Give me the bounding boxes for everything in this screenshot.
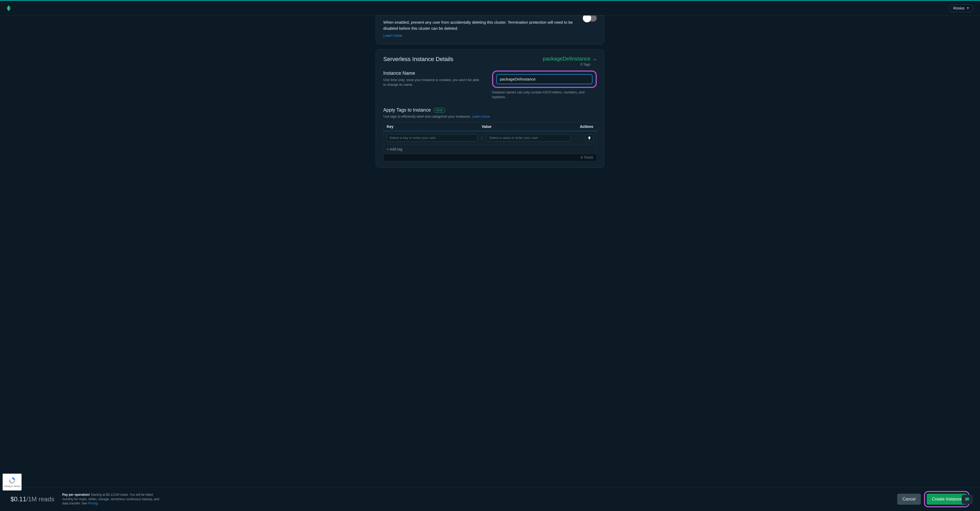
apply-tags-title: Apply Tags to Instance: [383, 107, 431, 113]
user-name-label: Rosius: [953, 6, 964, 10]
price-description: Pay per operation! Starting at $0.11/1M …: [62, 493, 162, 506]
tags-footer-count: 0 TAGS: [383, 154, 597, 161]
main-content: When enabled, prevent any user from acci…: [0, 16, 980, 487]
tag-value-input[interactable]: [486, 134, 571, 142]
mongodb-leaf-icon: [5, 5, 12, 11]
instance-details-card: Serverless Instance Details packageDelIn…: [375, 49, 605, 168]
user-menu-button[interactable]: Rosius ▼: [949, 4, 974, 12]
instance-name-rule: Instance names can only contain ASCII le…: [492, 90, 597, 99]
instance-name-input[interactable]: [500, 77, 589, 81]
tags-col-key: Key: [387, 125, 482, 129]
tags-col-value: Value: [482, 125, 573, 129]
instance-name-highlight: [492, 70, 597, 88]
chevron-up-icon: ︿: [593, 57, 597, 61]
recaptcha-privacy-link[interactable]: Privacy: [4, 485, 12, 487]
termination-protection-card: When enabled, prevent any user from acci…: [375, 16, 605, 45]
instance-name-help: One time only: once your instance is cre…: [383, 78, 482, 87]
price-label: $0.11/1M reads: [11, 495, 54, 503]
tags-help-text: Use tags to efficiently label and catego…: [383, 115, 597, 118]
chevron-down-icon: ▼: [967, 6, 969, 10]
recaptcha-terms-link[interactable]: Terms: [14, 485, 20, 487]
new-badge: NEW: [433, 108, 445, 113]
create-instance-button[interactable]: Create Instance: [927, 493, 967, 505]
instance-name-label: Instance Name: [383, 70, 482, 76]
termination-description: When enabled, prevent any user from acci…: [383, 19, 573, 31]
recaptcha-icon: [8, 476, 16, 484]
tags-learn-more-link[interactable]: Learn more.: [472, 115, 490, 118]
delete-tag-button[interactable]: [585, 134, 593, 141]
add-tag-button[interactable]: + Add tag: [383, 144, 597, 154]
tags-count-top: 0 Tags: [543, 62, 590, 66]
recaptcha-badge: Privacy•Terms: [3, 474, 22, 490]
help-chat-button[interactable]: [962, 495, 973, 504]
pricing-link[interactable]: Pricing: [88, 501, 98, 505]
footer-bar: $0.11/1M reads Pay per operation! Starti…: [0, 487, 980, 511]
tag-row: :: [383, 131, 597, 144]
tag-separator: :: [480, 136, 484, 140]
trash-icon: [587, 136, 591, 140]
tag-key-input[interactable]: [387, 134, 478, 142]
tags-col-actions: Actions: [573, 125, 593, 129]
tags-table: Key Value Actions : + Add tag 0 TAGS: [383, 122, 597, 161]
collapse-button[interactable]: ︿: [593, 57, 597, 62]
topbar: Rosius ▼: [0, 1, 980, 16]
chat-icon: [964, 497, 970, 502]
instance-details-title: Serverless Instance Details: [383, 56, 453, 62]
termination-learn-more-link[interactable]: Learn more.: [383, 34, 403, 38]
instance-name-display: packageDelInstance: [543, 56, 590, 62]
termination-toggle[interactable]: [584, 16, 597, 22]
cancel-button[interactable]: Cancel: [897, 493, 921, 505]
